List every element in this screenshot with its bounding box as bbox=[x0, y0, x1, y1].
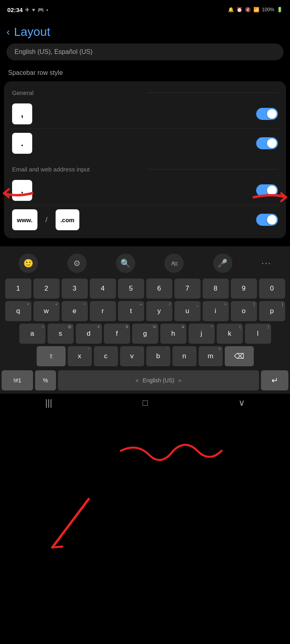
key-p[interactable]: p] bbox=[259, 301, 285, 321]
comma-key-preview: , bbox=[12, 103, 32, 124]
key-y[interactable]: y/ bbox=[146, 301, 172, 321]
status-bar: 02:34 ✈ ♥ 🎮 • 🔔 ⏰ 🔇 📶 100% 🔋 bbox=[0, 0, 290, 18]
translate-button[interactable]: A 文 bbox=[164, 254, 184, 273]
general-title: General bbox=[12, 89, 143, 96]
key-1[interactable]: 1 bbox=[5, 279, 31, 299]
key-0[interactable]: 0 bbox=[259, 279, 285, 299]
period-toggle-email[interactable] bbox=[256, 184, 278, 196]
qwerty-row: q+ w× e÷ r t= y/ u_ i> o[ p] bbox=[2, 301, 288, 321]
emoji-button[interactable]: 🙂 bbox=[19, 254, 38, 273]
www-com-toggle[interactable] bbox=[256, 214, 278, 226]
key-5[interactable]: 5 bbox=[118, 279, 144, 299]
email-section-header: Email and web address input bbox=[4, 162, 286, 176]
layout-settings-card: General , . Email and web address input … bbox=[4, 81, 286, 238]
key-c[interactable]: c: bbox=[94, 346, 118, 366]
home-button[interactable]: □ bbox=[143, 398, 148, 408]
asdf-row: a! s@ d# f$ g% h& j* k( l) bbox=[2, 324, 288, 344]
period-toggle-row-general: . bbox=[4, 129, 286, 158]
general-section-header: General bbox=[4, 85, 286, 99]
more-button[interactable]: ··· bbox=[261, 258, 271, 268]
key-g[interactable]: g% bbox=[132, 324, 158, 344]
key-x[interactable]: x" bbox=[68, 346, 92, 366]
key-w[interactable]: w× bbox=[33, 301, 60, 321]
search-button[interactable]: 🔍 bbox=[116, 254, 135, 273]
email-title: Email and web address input bbox=[12, 166, 143, 173]
enter-key[interactable]: ↵ bbox=[261, 370, 288, 390]
key-f[interactable]: f$ bbox=[104, 324, 130, 344]
percent-key[interactable]: % bbox=[35, 370, 56, 390]
backspace-key[interactable]: ⌫ bbox=[225, 346, 254, 366]
key-k[interactable]: k( bbox=[217, 324, 243, 344]
com-key-preview: .com bbox=[56, 209, 79, 230]
key-i[interactable]: i> bbox=[203, 301, 229, 321]
period-toggle-general[interactable] bbox=[256, 137, 278, 149]
language-label: English (US), Español (US) bbox=[14, 48, 93, 55]
key-6[interactable]: 6 bbox=[146, 279, 172, 299]
back-button[interactable]: ‹ bbox=[6, 26, 10, 38]
status-icons: 🔔 ⏰ 🔇 📶 100% 🔋 bbox=[228, 7, 283, 12]
key-4[interactable]: 4 bbox=[90, 279, 116, 299]
settings-button[interactable]: ⚙ bbox=[67, 254, 87, 273]
key-u[interactable]: u_ bbox=[174, 301, 201, 321]
language-selector[interactable]: English (US), Español (US) bbox=[6, 43, 284, 60]
shift-key[interactable]: ⇧ bbox=[37, 346, 66, 366]
key-7[interactable]: 7 bbox=[174, 279, 201, 299]
spacebar[interactable]: < English (US) > bbox=[58, 370, 259, 390]
comma-toggle[interactable] bbox=[256, 108, 278, 120]
battery-label: 100% bbox=[262, 7, 274, 12]
divider-dotted bbox=[147, 93, 278, 93]
zxcv-row: ⇧ x" c: v; b' n, m? ⌫ bbox=[2, 346, 288, 366]
back-nav-button[interactable]: ∨ bbox=[238, 398, 245, 408]
key-d[interactable]: d# bbox=[76, 324, 102, 344]
key-j[interactable]: j* bbox=[188, 324, 215, 344]
key-3[interactable]: 3 bbox=[62, 279, 88, 299]
nav-bar: ||| □ ∨ bbox=[0, 394, 290, 415]
number-row: 1 2 3 4 5 6 7 8 9 0 bbox=[2, 279, 288, 299]
mic-button[interactable]: 🎤 bbox=[213, 254, 232, 273]
key-e[interactable]: e÷ bbox=[62, 301, 88, 321]
key-9[interactable]: 9 bbox=[231, 279, 257, 299]
key-r[interactable]: r bbox=[90, 301, 116, 321]
time-label: 02:34 bbox=[7, 6, 23, 13]
period-key-preview-general: . bbox=[12, 133, 32, 154]
divider-dotted-2 bbox=[147, 169, 278, 169]
symbols-key[interactable]: !#1 bbox=[2, 370, 33, 390]
key-m[interactable]: m? bbox=[199, 346, 223, 366]
key-q[interactable]: q+ bbox=[5, 301, 31, 321]
page-header: ‹ Layout bbox=[0, 18, 290, 43]
key-8[interactable]: 8 bbox=[203, 279, 229, 299]
key-h[interactable]: h& bbox=[160, 324, 186, 344]
keyboard-container: 🙂 ⚙ 🔍 A 文 🎤 ··· 1 2 3 4 5 6 7 bbox=[0, 246, 290, 394]
key-v[interactable]: v; bbox=[120, 346, 144, 366]
keyboard-toolbar: 🙂 ⚙ 🔍 A 文 🎤 ··· bbox=[0, 250, 290, 276]
status-time: 02:34 ✈ ♥ 🎮 • bbox=[7, 6, 48, 13]
key-t[interactable]: t= bbox=[118, 301, 144, 321]
www-key-preview: www. bbox=[12, 209, 37, 230]
page-title: Layout bbox=[14, 25, 50, 39]
comma-toggle-row: , bbox=[4, 99, 286, 128]
key-a[interactable]: a! bbox=[19, 324, 46, 344]
www-com-toggle-row: www. / .com bbox=[4, 205, 286, 234]
svg-text:文: 文 bbox=[174, 261, 178, 266]
key-s[interactable]: s@ bbox=[48, 324, 74, 344]
keyboard-bottom-row: !#1 % < English (US) > ↵ bbox=[0, 370, 290, 394]
spacebar-row-style-label: Spacebar row style bbox=[0, 67, 290, 81]
key-o[interactable]: o[ bbox=[231, 301, 257, 321]
key-l[interactable]: l) bbox=[245, 324, 271, 344]
slash-divider: / bbox=[46, 216, 48, 224]
period-toggle-row-email: . bbox=[4, 176, 286, 205]
keyboard-rows: 1 2 3 4 5 6 7 8 9 0 q+ w× e÷ r t= y/ u_ … bbox=[0, 276, 290, 370]
recent-apps-button[interactable]: ||| bbox=[45, 398, 52, 408]
key-2[interactable]: 2 bbox=[33, 279, 60, 299]
key-n[interactable]: n, bbox=[172, 346, 197, 366]
key-b[interactable]: b' bbox=[146, 346, 170, 366]
period-key-preview-email: . bbox=[12, 180, 32, 201]
